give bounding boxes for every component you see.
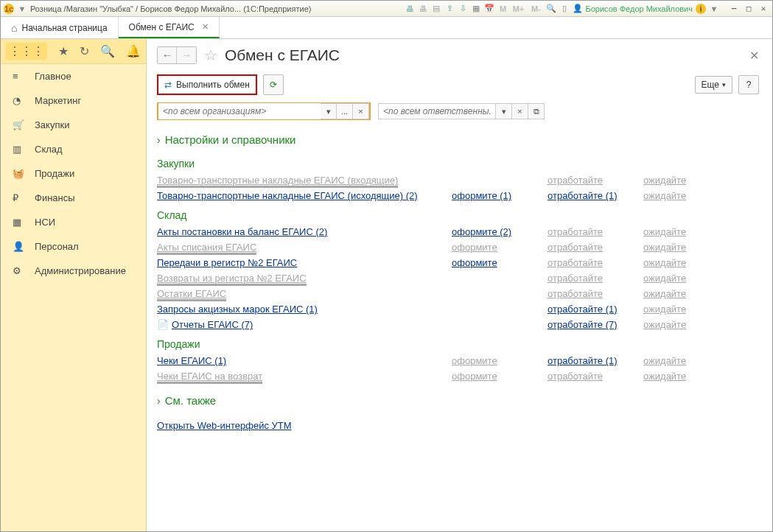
send-icon[interactable]: ⇪ <box>444 4 455 14</box>
sidebar-item-1[interactable]: ◔Маркетинг <box>1 88 146 113</box>
section-see-also[interactable]: См. также <box>157 394 759 407</box>
sidebar-item-8[interactable]: ⚙Администрирование <box>1 259 146 283</box>
link[interactable]: отработайте (1) <box>548 355 618 367</box>
doc-icon[interactable]: ▤ <box>431 4 441 14</box>
refresh-button[interactable]: ⟳ <box>263 74 284 95</box>
sidebar-item-5[interactable]: ₽Финансы <box>1 186 146 210</box>
filter-resp: ▾ × ⧉ <box>378 102 545 120</box>
link[interactable]: отработайте (1) <box>548 304 618 315</box>
filter-org-clear[interactable]: × <box>353 103 369 119</box>
sidebar-item-label: Продажи <box>35 168 74 179</box>
row-name-link[interactable]: Отчеты ЕГАИС (7) <box>172 319 253 331</box>
filter-resp-open[interactable]: ⧉ <box>528 103 545 119</box>
recv-icon[interactable]: ⇩ <box>458 4 468 14</box>
sidebar-item-3[interactable]: ▥Склад <box>1 137 146 161</box>
sidebar-icon: ▦ <box>13 217 24 228</box>
link[interactable]: отработайте (7) <box>548 319 618 331</box>
row-name-link[interactable]: Чеки ЕГАИС (1) <box>157 355 226 367</box>
mem-mplus[interactable]: М+ <box>511 4 525 14</box>
info-dropdown[interactable]: ▼ <box>709 4 719 14</box>
history-icon[interactable]: ↻ <box>80 44 89 58</box>
row: Возвраты из регистра №2 ЕГАИСотработайте… <box>157 270 759 286</box>
filter-org-input[interactable] <box>158 103 321 119</box>
nav-buttons: ← → <box>157 46 197 64</box>
panel-icon[interactable]: ▯ <box>559 4 570 14</box>
sidebar-icon: ◔ <box>13 95 24 106</box>
tab-home[interactable]: Начальная страница <box>1 17 119 38</box>
link[interactable]: оформите (1) <box>452 190 511 202</box>
sidebar-item-0[interactable]: ≡Главное <box>1 64 146 88</box>
sidebar-item-4[interactable]: 🧺Продажи <box>1 161 146 186</box>
row: Товарно-транспортные накладные ЕГАИС (ис… <box>157 188 759 203</box>
sidebar-item-7[interactable]: 👤Персонал <box>1 234 146 259</box>
help-button[interactable]: ? <box>738 75 759 94</box>
bell-icon[interactable]: 🔔 <box>126 44 141 58</box>
link[interactable]: оформите <box>452 257 497 269</box>
link[interactable]: оформите (2) <box>452 226 511 238</box>
search-icon[interactable]: 🔍 <box>100 44 115 58</box>
sidebar-icon: 🧺 <box>13 168 24 179</box>
maximize-button[interactable]: □ <box>743 4 755 13</box>
row-name-link[interactable]: Товарно-транспортные накладные ЕГАИС (ис… <box>157 190 418 202</box>
filter-org-more[interactable]: ... <box>337 103 353 119</box>
info-icon[interactable]: i <box>696 4 706 14</box>
calc-icon[interactable]: ▦ <box>471 4 481 14</box>
zoom-icon[interactable]: 🔍 <box>546 4 556 14</box>
mem-m[interactable]: М <box>497 4 508 14</box>
favorite-star-icon[interactable]: ☆ <box>204 46 217 64</box>
group-sklad: Склад <box>157 209 759 221</box>
sidebar-item-6[interactable]: ▦НСИ <box>1 210 146 234</box>
sidebar-icon: ₽ <box>13 192 24 203</box>
link: отработайте <box>548 242 603 253</box>
grid-icon[interactable]: ⋮⋮⋮ <box>6 43 47 60</box>
link: оформите <box>452 371 497 382</box>
app-logo-icon: 1c <box>4 4 14 14</box>
more-button[interactable]: Еще▾ <box>695 76 732 94</box>
forward-button[interactable]: → <box>177 47 196 63</box>
mem-mminus[interactable]: М- <box>528 4 543 14</box>
tabbar: Начальная страница Обмен с ЕГАИС ✕ <box>1 17 772 39</box>
row: 📄Отчеты ЕГАИС (7)отработайте (7)ожидайте <box>157 317 759 332</box>
minimize-button[interactable]: — <box>728 4 740 13</box>
calendar-icon[interactable]: 📅 <box>484 4 494 14</box>
row-name-link: Чеки ЕГАИС на возврат <box>157 371 262 384</box>
filter-resp-input[interactable] <box>378 103 496 119</box>
link: оформите <box>452 242 497 253</box>
row-name-link[interactable]: Передачи в регистр №2 ЕГАИС <box>157 257 297 269</box>
link[interactable]: отработайте (1) <box>548 190 618 202</box>
execute-exchange-button[interactable]: ⇄ Выполнить обмен <box>157 74 257 95</box>
row: Акты списания ЕГАИСоформитеотработайтеож… <box>157 239 759 255</box>
link: оформите <box>452 355 497 366</box>
chevron-down-icon: ▾ <box>722 81 726 88</box>
sidebar-item-label: Маркетинг <box>35 95 81 106</box>
print-icon[interactable]: 🖶 <box>405 4 415 14</box>
user-label[interactable]: 👤 Борисов Федор Михайлович <box>573 4 693 13</box>
doc-icon: 📄 <box>157 319 169 330</box>
execute-exchange-label: Выполнить обмен <box>176 80 250 90</box>
close-page-icon[interactable]: ✕ <box>749 49 759 63</box>
filter-resp-clear[interactable]: × <box>512 103 528 119</box>
filter-org-dropdown[interactable]: ▾ <box>321 103 337 119</box>
link: ожидайте <box>643 273 686 284</box>
sidebar-item-label: Закупки <box>35 119 69 130</box>
app-menu-dropdown[interactable]: ▼ <box>17 4 27 14</box>
section-settings[interactable]: Настройки и справочники <box>157 133 759 146</box>
sidebar-item-label: НСИ <box>35 217 55 228</box>
row-name-link[interactable]: Запросы акцизных марок ЕГАИС (1) <box>157 304 318 315</box>
sidebar-item-label: Финансы <box>35 192 75 203</box>
title-text: Розница /Магазин "Улыбка" / Борисов Федо… <box>30 4 311 13</box>
back-button[interactable]: ← <box>158 47 177 63</box>
print2-icon[interactable]: 🖶 <box>418 4 428 14</box>
row-name-link[interactable]: Акты постановки на баланс ЕГАИС (2) <box>157 226 327 238</box>
group-zakupki: Закупки <box>157 158 759 169</box>
tab-close-icon[interactable]: ✕ <box>202 22 209 32</box>
star-icon[interactable]: ★ <box>58 44 69 58</box>
filter-resp-dropdown[interactable]: ▾ <box>496 103 512 119</box>
tab-egais[interactable]: Обмен с ЕГАИС ✕ <box>119 17 220 38</box>
close-button[interactable]: ✕ <box>758 4 769 13</box>
open-utm-link[interactable]: Открыть Web-интерфейс УТМ <box>157 420 292 431</box>
link: ожидайте <box>643 242 686 253</box>
window-controls: — □ ✕ <box>728 4 769 13</box>
link: ожидайте <box>643 226 686 237</box>
sidebar-item-2[interactable]: 🛒Закупки <box>1 113 146 137</box>
